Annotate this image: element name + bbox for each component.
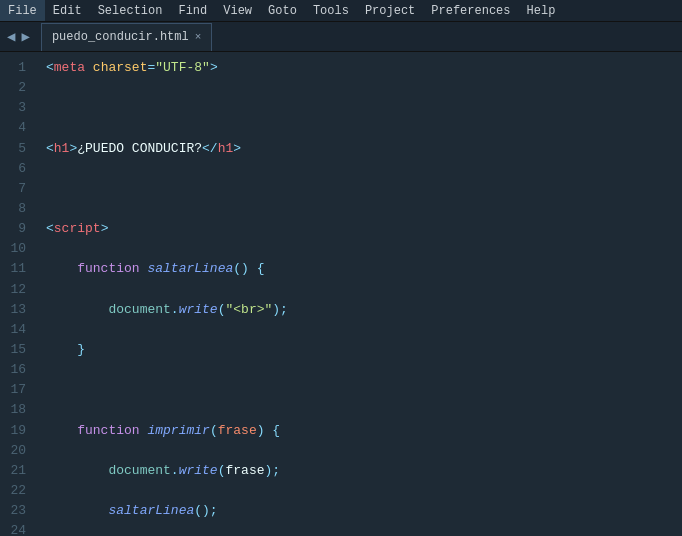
menu-bar: File Edit Selection Find View Goto Tools… <box>0 0 682 22</box>
line-num: 24 <box>6 521 26 536</box>
line-num: 9 <box>6 219 26 239</box>
code-line: document.write("<br>"); <box>46 300 682 320</box>
line-num: 13 <box>6 300 26 320</box>
tab-close-button[interactable]: × <box>195 31 202 43</box>
line-num: 22 <box>6 481 26 501</box>
line-num: 14 <box>6 320 26 340</box>
line-num: 2 <box>6 78 26 98</box>
code-line <box>46 380 682 400</box>
code-line: } <box>46 340 682 360</box>
code-line: saltarLinea(); <box>46 501 682 521</box>
line-num: 18 <box>6 400 26 420</box>
line-num: 5 <box>6 139 26 159</box>
line-numbers: 1 2 3 4 5 6 7 8 9 10 11 12 13 14 15 16 1… <box>0 52 36 536</box>
code-line: <meta charset="UTF-8"> <box>46 58 682 78</box>
editor-area: 1 2 3 4 5 6 7 8 9 10 11 12 13 14 15 16 1… <box>0 52 682 536</box>
code-line <box>46 179 682 199</box>
line-num: 19 <box>6 421 26 441</box>
line-num: 3 <box>6 98 26 118</box>
tab-label: puedo_conducir.html <box>52 30 189 44</box>
line-num: 6 <box>6 159 26 179</box>
code-line: function imprimir(frase) { <box>46 421 682 441</box>
menu-tools[interactable]: Tools <box>305 0 357 21</box>
line-num: 10 <box>6 239 26 259</box>
tab-bar: ◀ ▶ puedo_conducir.html × <box>0 22 682 52</box>
menu-goto[interactable]: Goto <box>260 0 305 21</box>
code-line <box>46 98 682 118</box>
line-num: 4 <box>6 118 26 138</box>
line-num: 21 <box>6 461 26 481</box>
line-num: 7 <box>6 179 26 199</box>
menu-file[interactable]: File <box>0 0 45 21</box>
menu-edit[interactable]: Edit <box>45 0 90 21</box>
line-num: 23 <box>6 501 26 521</box>
nav-back-icon[interactable]: ◀ <box>4 26 18 47</box>
code-editor[interactable]: <meta charset="UTF-8"> <h1>¿PUEDO CONDUC… <box>36 52 682 536</box>
line-num: 16 <box>6 360 26 380</box>
menu-view[interactable]: View <box>215 0 260 21</box>
code-line: document.write(frase); <box>46 461 682 481</box>
code-line: <h1>¿PUEDO CONDUCIR?</h1> <box>46 139 682 159</box>
line-num: 20 <box>6 441 26 461</box>
line-num: 8 <box>6 199 26 219</box>
code-line: function saltarLinea() { <box>46 259 682 279</box>
code-line: <script> <box>46 219 682 239</box>
nav-forward-icon[interactable]: ▶ <box>18 26 32 47</box>
menu-selection[interactable]: Selection <box>90 0 171 21</box>
nav-arrows: ◀ ▶ <box>0 26 37 47</box>
menu-project[interactable]: Project <box>357 0 423 21</box>
line-num: 12 <box>6 280 26 300</box>
menu-help[interactable]: Help <box>519 0 564 21</box>
tab-puedo-conducir[interactable]: puedo_conducir.html × <box>41 23 212 51</box>
menu-preferences[interactable]: Preferences <box>423 0 518 21</box>
line-num: 15 <box>6 340 26 360</box>
line-num: 11 <box>6 259 26 279</box>
menu-find[interactable]: Find <box>170 0 215 21</box>
line-num: 1 <box>6 58 26 78</box>
line-num: 17 <box>6 380 26 400</box>
